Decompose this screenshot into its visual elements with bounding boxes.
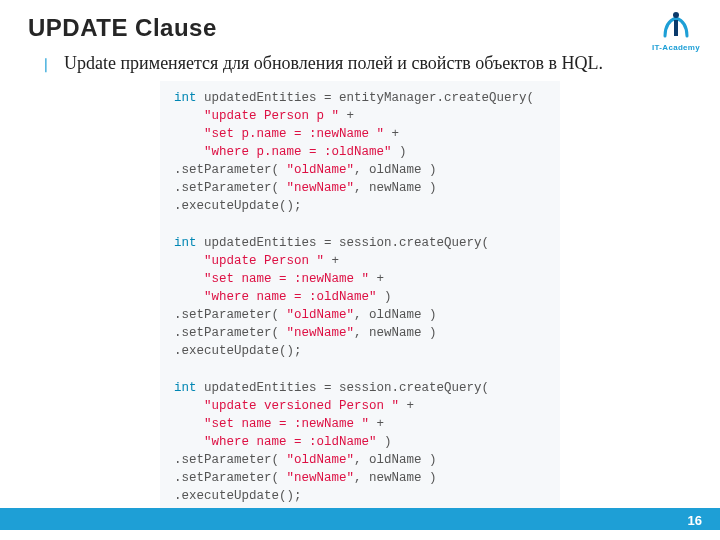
- logo-text: IT-Academy: [652, 43, 700, 52]
- svg-rect-0: [674, 20, 678, 36]
- bullet-glyph: ❘: [40, 56, 52, 72]
- body-text: Update применяется для обновления полей …: [64, 52, 603, 75]
- logo-icon: [659, 8, 693, 42]
- bullet-item: ❘ Update применяется для обновления поле…: [40, 52, 692, 75]
- code-block: int updatedEntities = entityManager.crea…: [160, 81, 560, 514]
- slide: IT-Academy UPDATE Clause ❘ Update примен…: [0, 0, 720, 540]
- footer-bar: [0, 508, 720, 530]
- page-number: 16: [688, 513, 702, 528]
- logo: IT-Academy: [652, 8, 700, 52]
- slide-title: UPDATE Clause: [28, 14, 692, 42]
- svg-point-1: [673, 12, 679, 18]
